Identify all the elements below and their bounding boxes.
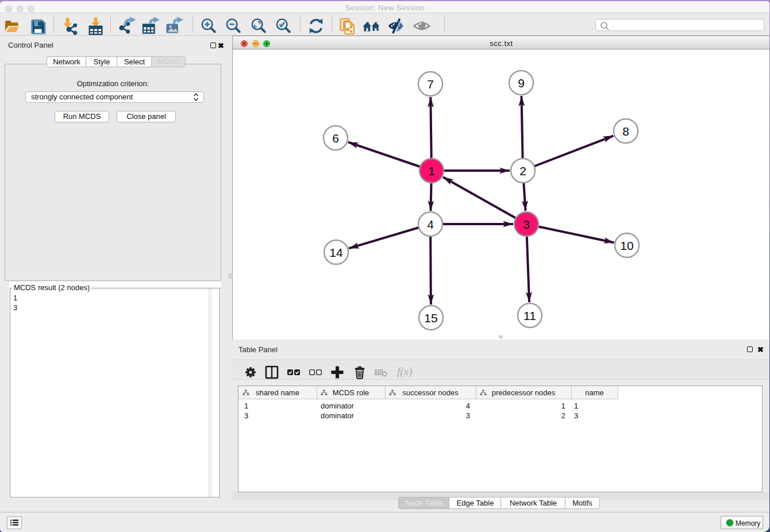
svg-text:3: 3	[523, 218, 530, 231]
svg-text:9: 9	[518, 76, 525, 90]
svg-text:6: 6	[332, 132, 339, 145]
svg-text:8: 8	[622, 125, 629, 138]
svg-text:14: 14	[329, 246, 343, 259]
svg-text:1: 1	[428, 164, 435, 178]
svg-text:11: 11	[523, 309, 536, 322]
svg-text:2: 2	[519, 164, 526, 178]
svg-text:15: 15	[424, 311, 437, 325]
svg-text:7: 7	[427, 78, 434, 91]
svg-text:10: 10	[620, 239, 633, 252]
svg-text:4: 4	[427, 218, 434, 231]
